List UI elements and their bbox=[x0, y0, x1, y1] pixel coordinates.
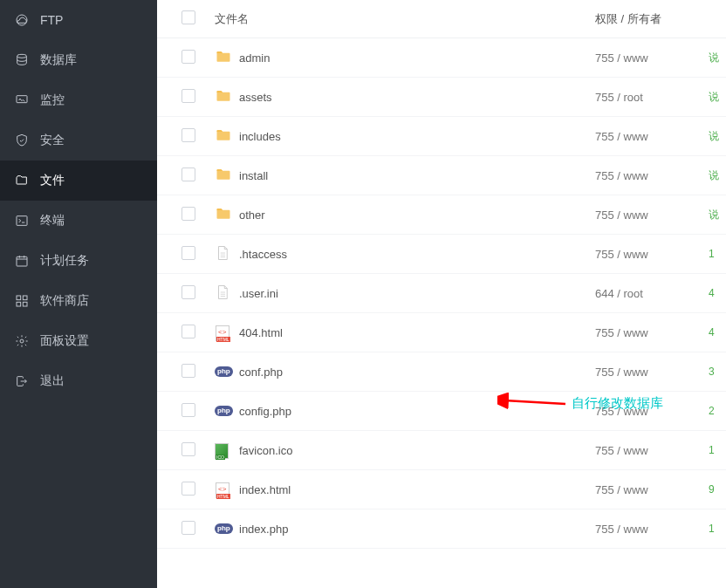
database-icon bbox=[14, 52, 30, 68]
file-row[interactable]: other755 / www说 bbox=[157, 195, 726, 235]
php-icon: php bbox=[215, 523, 233, 534]
row-checkbox[interactable] bbox=[182, 168, 195, 181]
row-checkbox[interactable] bbox=[182, 50, 195, 64]
row-checkbox[interactable] bbox=[182, 403, 195, 417]
file-name[interactable]: admin bbox=[239, 51, 595, 65]
file-row[interactable]: .user.ini644 / root4 bbox=[157, 274, 726, 313]
sidebar-item-terminal[interactable]: 终端 bbox=[0, 201, 157, 241]
file-row[interactable]: ICOfavicon.ico755 / www1 bbox=[157, 431, 726, 470]
sidebar-item-label: 软件商店 bbox=[40, 293, 89, 309]
file-row[interactable]: assets755 / root说 bbox=[157, 78, 726, 117]
sidebar-item-label: 安全 bbox=[40, 133, 65, 148]
row-checkbox[interactable] bbox=[182, 128, 195, 142]
php-icon: php bbox=[215, 406, 233, 416]
svg-rect-2 bbox=[17, 96, 27, 103]
cloud-icon bbox=[14, 12, 30, 28]
file-row[interactable]: phpconf.php755 / www3 bbox=[157, 352, 726, 392]
grid-icon bbox=[14, 293, 30, 309]
sidebar-item-label: 数据库 bbox=[40, 52, 77, 68]
file-permission[interactable]: 755 / www bbox=[595, 366, 709, 379]
file-name[interactable]: conf.php bbox=[239, 366, 595, 379]
sidebar-item-ftp[interactable]: FTP bbox=[0, 0, 157, 40]
file-permission[interactable]: 755 / www bbox=[595, 51, 709, 65]
file-row[interactable]: .htaccess755 / www1 bbox=[157, 235, 726, 274]
table-header: 文件名 权限 / 所有者 bbox=[157, 0, 726, 38]
file-permission[interactable]: 644 / root bbox=[595, 287, 709, 300]
file-permission[interactable]: 755 / www bbox=[595, 523, 709, 536]
file-name[interactable]: includes bbox=[239, 130, 595, 143]
file-name[interactable]: index.php bbox=[239, 523, 595, 536]
header-filename[interactable]: 文件名 bbox=[215, 11, 595, 27]
php-icon: php bbox=[215, 366, 233, 377]
sidebar-item-cron[interactable]: 计划任务 bbox=[0, 241, 157, 281]
file-row[interactable]: <>HTML404.html755 / www4 bbox=[157, 313, 726, 352]
file-row[interactable]: admin755 / www说 bbox=[157, 38, 726, 78]
file-row[interactable]: phpconfig.php755 / www2 bbox=[157, 392, 726, 431]
file-name[interactable]: index.html bbox=[239, 483, 595, 496]
select-all-checkbox[interactable] bbox=[182, 10, 195, 24]
file-name[interactable]: other bbox=[239, 209, 595, 222]
sidebar-item-monitor[interactable]: 监控 bbox=[0, 80, 157, 120]
calendar-icon bbox=[14, 253, 30, 269]
terminal-icon bbox=[14, 213, 30, 229]
sidebar-item-security[interactable]: 安全 bbox=[0, 120, 157, 161]
file-extra: 4 bbox=[709, 287, 726, 299]
sidebar-item-settings[interactable]: 面板设置 bbox=[0, 321, 157, 361]
file-permission[interactable]: 755 / www bbox=[595, 444, 709, 457]
sidebar-item-files[interactable]: 文件 bbox=[0, 161, 157, 201]
file-row[interactable]: phpindex.php755 / www1 bbox=[157, 509, 726, 549]
file-row[interactable]: install755 / www说 bbox=[157, 156, 726, 195]
file-icon bbox=[215, 244, 230, 264]
row-checkbox[interactable] bbox=[182, 442, 195, 456]
row-checkbox[interactable] bbox=[182, 89, 195, 103]
file-name[interactable]: 404.html bbox=[239, 326, 595, 339]
folder-open-icon bbox=[14, 173, 30, 188]
svg-rect-6 bbox=[23, 296, 27, 300]
file-name[interactable]: .user.ini bbox=[239, 287, 595, 300]
sidebar-item-appstore[interactable]: 软件商店 bbox=[0, 281, 157, 321]
ico-icon: ICO bbox=[215, 441, 230, 459]
html-icon: <>HTML bbox=[215, 481, 230, 498]
sidebar-item-database[interactable]: 数据库 bbox=[0, 40, 157, 80]
folder-icon bbox=[215, 87, 232, 107]
row-checkbox[interactable] bbox=[182, 207, 195, 221]
row-checkbox[interactable] bbox=[182, 364, 195, 378]
sidebar-item-label: 面板设置 bbox=[40, 333, 89, 349]
file-name[interactable]: assets bbox=[239, 91, 595, 104]
folder-icon bbox=[215, 48, 232, 68]
sidebar-item-logout[interactable]: 退出 bbox=[0, 361, 157, 401]
file-permission[interactable]: 755 / www bbox=[595, 326, 709, 339]
file-permission[interactable]: 755 / root bbox=[595, 91, 709, 104]
file-name[interactable]: favicon.ico bbox=[239, 444, 595, 457]
file-extra: 说 bbox=[709, 168, 726, 183]
file-name[interactable]: install bbox=[239, 169, 595, 182]
file-extra: 1 bbox=[709, 248, 726, 260]
file-permission[interactable]: 755 / www bbox=[595, 209, 709, 222]
row-checkbox[interactable] bbox=[182, 285, 195, 299]
row-checkbox[interactable] bbox=[182, 521, 195, 535]
file-permission[interactable]: 755 / www bbox=[595, 405, 709, 418]
row-checkbox[interactable] bbox=[182, 246, 195, 260]
file-extra: 9 bbox=[709, 483, 726, 496]
row-checkbox[interactable] bbox=[182, 325, 195, 338]
file-permission[interactable]: 755 / www bbox=[595, 248, 709, 261]
file-permission[interactable]: 755 / www bbox=[595, 169, 709, 182]
svg-rect-4 bbox=[17, 256, 27, 266]
file-permission[interactable]: 755 / www bbox=[595, 130, 709, 143]
row-checkbox[interactable] bbox=[182, 482, 195, 496]
file-extra: 说 bbox=[709, 51, 726, 65]
file-name[interactable]: .htaccess bbox=[239, 248, 595, 261]
shield-icon bbox=[14, 133, 30, 148]
file-row[interactable]: <>HTMLindex.html755 / www9 bbox=[157, 470, 726, 509]
folder-icon bbox=[215, 205, 232, 225]
file-name[interactable]: config.php bbox=[239, 405, 595, 418]
header-permission[interactable]: 权限 / 所有者 bbox=[595, 11, 709, 27]
file-extra: 说 bbox=[709, 90, 726, 105]
sidebar-item-label: FTP bbox=[40, 13, 63, 27]
logout-icon bbox=[14, 373, 30, 389]
sidebar: FTP 数据库 监控 安全 文件 终端 计划任务 软件商店 面板设置 退出 bbox=[0, 0, 157, 588]
file-extra: 2 bbox=[709, 405, 726, 417]
file-row[interactable]: includes755 / www说 bbox=[157, 117, 726, 156]
file-permission[interactable]: 755 / www bbox=[595, 483, 709, 496]
sidebar-item-label: 文件 bbox=[40, 173, 65, 188]
